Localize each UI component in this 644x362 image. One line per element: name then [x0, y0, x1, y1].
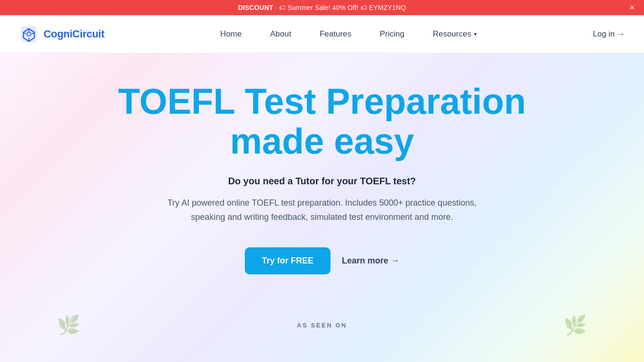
hero-subtitle: Do you need a Tutor for your TOEFL test?	[228, 176, 416, 187]
nav-menu: Home About Features Pricing Resources ▾	[206, 26, 491, 43]
nav-link-home[interactable]: Home	[206, 26, 256, 43]
nav-item-features[interactable]: Features	[305, 26, 366, 43]
chevron-down-icon: ▾	[474, 31, 477, 37]
banner-text: DISCOUNT · 🏷 Summer Sale! 40% Off! 🏷 EYM…	[238, 4, 406, 11]
resources-dropdown-button[interactable]: Resources ▾	[419, 26, 491, 43]
logo-link[interactable]: CogniCircuit	[19, 24, 104, 44]
logo-part1: Cogni	[44, 28, 72, 40]
as-seen-on-section: AS SEEN ON 🌿 🌿	[19, 312, 625, 336]
learn-more-button[interactable]: Learn more →	[342, 256, 399, 266]
logo-part2: Circuit	[72, 28, 105, 40]
nav-item-resources[interactable]: Resources ▾	[419, 26, 491, 43]
as-seen-on-label: AS SEEN ON	[19, 322, 625, 329]
nav-item-pricing[interactable]: Pricing	[366, 26, 419, 43]
resources-label: Resources	[433, 29, 471, 39]
nav-item-home[interactable]: Home	[206, 26, 256, 43]
logo-text: CogniCircuit	[44, 28, 104, 40]
login-label: Log in →	[593, 29, 625, 39]
banner-message: · 🏷 Summer Sale! 40% Off! 🏷 EYMZY1NQ	[275, 4, 406, 11]
hero-section: TOEFL Test Preparation made easy Do you …	[0, 53, 644, 362]
banner-discount-label: DISCOUNT	[238, 4, 273, 11]
decoration-right-icon: 🌿	[564, 314, 587, 336]
nav-item-about[interactable]: About	[256, 26, 305, 43]
logo-icon	[19, 24, 39, 44]
try-free-button[interactable]: Try for FREE	[245, 247, 331, 274]
svg-point-7	[28, 33, 30, 35]
decoration-left-icon: 🌿	[57, 314, 80, 336]
login-button[interactable]: Log in →	[593, 29, 625, 39]
banner-close-button[interactable]: ×	[629, 3, 635, 12]
discount-banner: DISCOUNT · 🏷 Summer Sale! 40% Off! 🏷 EYM…	[0, 0, 644, 15]
hero-title: TOEFL Test Preparation made easy	[109, 81, 535, 161]
nav-link-about[interactable]: About	[256, 26, 305, 43]
main-nav: CogniCircuit Home About Features Pricing…	[0, 15, 644, 53]
nav-link-pricing[interactable]: Pricing	[366, 26, 419, 43]
hero-cta-group: Try for FREE Learn more →	[245, 247, 399, 274]
hero-description: Try AI powered online TOEFL test prepara…	[166, 196, 478, 224]
nav-right: Log in →	[593, 29, 625, 39]
nav-link-features[interactable]: Features	[305, 26, 366, 43]
